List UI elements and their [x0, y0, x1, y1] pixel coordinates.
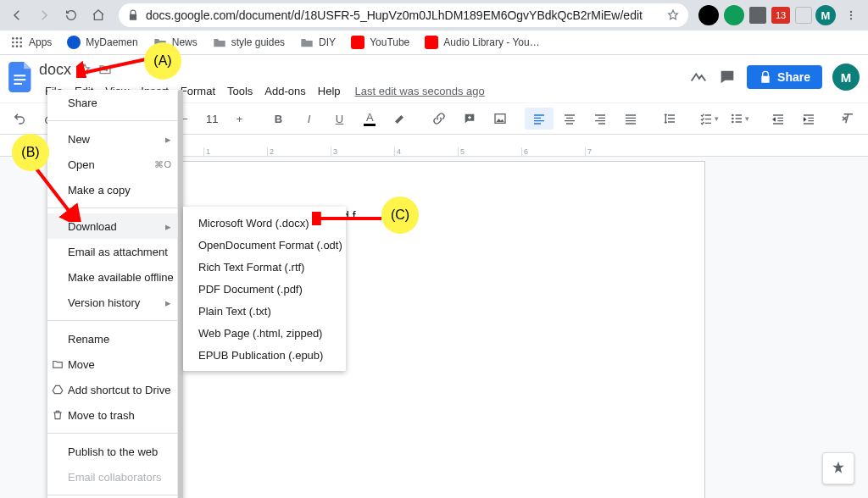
doc-title[interactable]: docx	[39, 61, 71, 79]
favicon-icon	[67, 36, 81, 49]
ruler-tick: 5	[458, 147, 521, 156]
separator	[47, 495, 183, 495]
share-button[interactable]: Share	[747, 65, 822, 89]
italic-button[interactable]: I	[294, 108, 323, 130]
align-justify-button[interactable]	[616, 108, 645, 130]
last-edit-link[interactable]: Last edit was seconds ago	[355, 85, 485, 97]
bookmarks-bar: Apps MyDaemen News style guides DIY YouT…	[0, 30, 868, 55]
reload-button[interactable]	[59, 3, 83, 27]
menu-help[interactable]: Help	[312, 83, 347, 99]
share-label: Share	[777, 70, 810, 84]
file-menu-move[interactable]: Move	[47, 351, 183, 377]
file-menu-email-collaborators: Email collaborators	[47, 464, 183, 490]
bookmark-folder[interactable]: style guides	[209, 35, 288, 50]
indent-increase-button[interactable]	[794, 108, 823, 130]
address-bar[interactable]: docs.google.com/document/d/18USFR-5_HupV…	[119, 3, 688, 27]
activity-icon[interactable]	[689, 68, 708, 86]
bulleted-list-button[interactable]: ▾	[725, 108, 754, 130]
callout-a: (A)	[144, 42, 181, 80]
file-menu-version-history[interactable]: Version history▸	[47, 290, 183, 315]
file-menu-new[interactable]: New▸	[47, 126, 183, 152]
extension-icon[interactable]: 13	[771, 7, 790, 24]
file-menu-trash[interactable]: Move to trash	[47, 402, 183, 428]
extension-icon[interactable]	[795, 7, 812, 24]
ruler-tick: 7	[585, 147, 648, 156]
arrow-c	[312, 212, 388, 225]
highlight-button[interactable]	[386, 108, 415, 130]
editing-mode-button[interactable]: ▾	[864, 108, 868, 130]
file-menu-add-shortcut[interactable]: Add shortcut to Drive	[47, 377, 183, 402]
undo-button[interactable]	[5, 108, 34, 130]
insert-link-button[interactable]	[425, 108, 453, 130]
download-epub[interactable]: EPUB Publication (.epub)	[183, 344, 346, 366]
svg-point-3	[12, 37, 14, 40]
callout-b: (B)	[12, 134, 49, 171]
youtube-icon	[351, 36, 364, 49]
file-menu-email-attachment[interactable]: Email as attachment	[47, 239, 183, 264]
file-menu-offline[interactable]: Make available offline	[47, 264, 183, 290]
download-pdf[interactable]: PDF Document (.pdf)	[183, 278, 346, 300]
extension-icon[interactable]	[698, 5, 719, 25]
comments-icon[interactable]	[718, 68, 737, 86]
underline-button[interactable]: U	[325, 108, 353, 130]
browser-profile-avatar[interactable]: M	[815, 5, 836, 25]
folder-icon	[213, 36, 226, 48]
svg-rect-13	[14, 79, 25, 80]
separator	[47, 433, 183, 434]
file-menu-rename[interactable]: Rename	[47, 326, 183, 351]
file-menu-publish[interactable]: Publish to the web	[47, 439, 183, 464]
browser-toolbar: docs.google.com/document/d/18USFR-5_HupV…	[0, 0, 868, 30]
menu-tools[interactable]: Tools	[221, 83, 259, 99]
bookmark-item[interactable]: MyDaemen	[64, 34, 141, 51]
svg-point-5	[19, 37, 22, 40]
clear-formatting-button[interactable]	[833, 108, 862, 130]
font-size-increase[interactable]: +	[225, 108, 253, 130]
align-center-button[interactable]	[555, 108, 584, 130]
forward-button[interactable]	[32, 3, 56, 27]
bookmark-label: News	[172, 36, 198, 48]
line-spacing-button[interactable]	[655, 108, 684, 130]
indent-decrease-button[interactable]	[764, 108, 793, 130]
chevron-right-icon: ▸	[165, 220, 171, 233]
svg-point-10	[16, 45, 19, 47]
bold-button[interactable]: B	[264, 108, 292, 130]
arrow-b	[31, 163, 81, 222]
insert-comment-button[interactable]	[455, 108, 484, 130]
home-button[interactable]	[86, 3, 110, 27]
bookmark-item[interactable]: YouTube	[348, 34, 413, 51]
download-submenu: Microsoft Word (.docx) OpenDocument Form…	[183, 207, 346, 371]
browser-menu-button[interactable]	[839, 3, 863, 27]
download-odt[interactable]: OpenDocument Format (.odt)	[183, 234, 346, 256]
align-right-button[interactable]	[586, 108, 615, 130]
font-size-field[interactable]: 11	[201, 108, 223, 130]
extension-icon[interactable]	[749, 7, 766, 24]
svg-point-11	[19, 45, 22, 47]
bookmark-item[interactable]: Audio Library - You…	[421, 34, 542, 51]
menu-addons[interactable]: Add-ons	[259, 83, 311, 99]
extension-icon[interactable]	[724, 5, 744, 25]
svg-point-9	[12, 45, 14, 47]
back-button[interactable]	[5, 3, 29, 27]
svg-point-7	[16, 42, 19, 44]
bookmark-folder[interactable]: DIY	[297, 35, 339, 50]
docs-logo-icon[interactable]	[5, 62, 36, 92]
callout-c: (C)	[381, 196, 419, 234]
file-menu-share[interactable]: Share	[47, 90, 183, 115]
shortcut-label: ⌘O	[154, 159, 171, 170]
insert-image-button[interactable]	[486, 108, 515, 130]
arrow-a	[76, 54, 153, 78]
download-html[interactable]: Web Page (.html, zipped)	[183, 322, 346, 344]
chevron-right-icon: ▸	[165, 296, 171, 309]
account-avatar[interactable]: M	[832, 64, 860, 91]
explore-button[interactable]	[822, 452, 854, 484]
bookmark-label: style guides	[231, 36, 285, 48]
bookmark-label: DIY	[319, 36, 336, 48]
checklist-button[interactable]: ▾	[694, 108, 723, 130]
text-color-button[interactable]: A	[355, 108, 384, 130]
bookmark-label: YouTube	[370, 36, 409, 48]
apps-shortcut[interactable]: Apps	[7, 34, 55, 51]
download-rtf[interactable]: Rich Text Format (.rtf)	[183, 256, 346, 278]
download-txt[interactable]: Plain Text (.txt)	[183, 300, 346, 322]
align-left-button[interactable]	[525, 108, 554, 130]
star-icon[interactable]	[666, 8, 680, 22]
